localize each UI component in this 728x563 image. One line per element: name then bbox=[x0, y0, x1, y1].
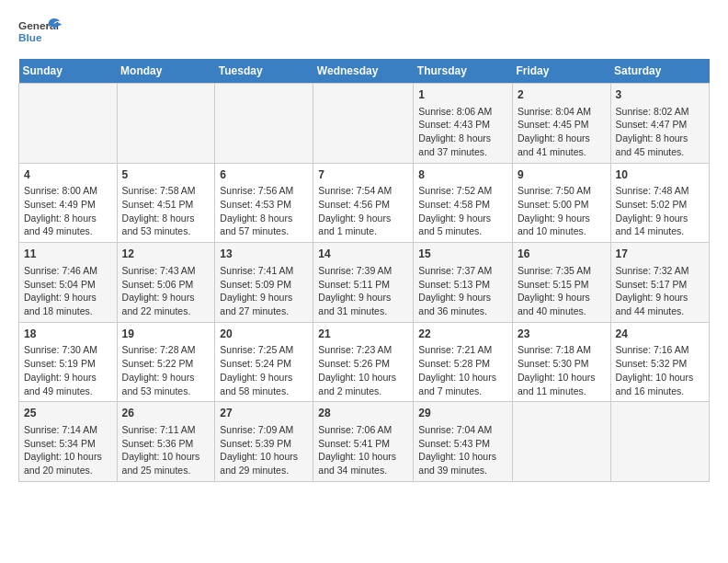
day-info-line: Sunrise: 7:30 AM bbox=[24, 343, 112, 357]
day-info-line: and 49 minutes. bbox=[24, 224, 112, 238]
day-info-line: Sunrise: 8:00 AM bbox=[24, 184, 112, 198]
day-info-line: Sunrise: 7:56 AM bbox=[220, 184, 308, 198]
empty-cell bbox=[313, 84, 414, 164]
header-day-tuesday: Tuesday bbox=[215, 59, 313, 84]
day-info-line: Sunrise: 8:04 AM bbox=[518, 105, 606, 119]
day-info-line: Daylight: 9 hours bbox=[122, 371, 210, 385]
calendar-day-18: 18Sunrise: 7:30 AMSunset: 5:19 PMDayligh… bbox=[19, 322, 118, 402]
day-info-line: Daylight: 9 hours bbox=[518, 291, 606, 304]
day-info-line: and 40 minutes. bbox=[518, 304, 606, 318]
day-info-line: Sunrise: 7:54 AM bbox=[318, 184, 408, 198]
day-number: 5 bbox=[122, 167, 210, 183]
day-info-line: Daylight: 10 hours bbox=[220, 450, 308, 464]
header-day-wednesday: Wednesday bbox=[313, 59, 414, 84]
day-info-line: Sunset: 5:06 PM bbox=[122, 278, 210, 292]
day-info-line: Sunrise: 7:41 AM bbox=[220, 264, 308, 278]
day-info-line: Sunrise: 7:21 AM bbox=[418, 343, 507, 357]
day-info-line: Daylight: 9 hours bbox=[220, 291, 308, 304]
day-number: 27 bbox=[220, 406, 308, 421]
day-number: 8 bbox=[418, 167, 507, 183]
day-info-line: Sunset: 5:34 PM bbox=[24, 437, 112, 451]
day-info-line: Sunset: 5:43 PM bbox=[418, 437, 507, 451]
day-info-line: and 41 minutes. bbox=[518, 145, 606, 159]
logo-icon: General Blue bbox=[18, 15, 64, 52]
day-number: 26 bbox=[122, 406, 210, 421]
empty-cell bbox=[117, 84, 215, 164]
day-info-line: Sunset: 5:04 PM bbox=[24, 278, 112, 292]
day-number: 28 bbox=[318, 406, 408, 421]
day-info-line: Sunrise: 7:04 AM bbox=[418, 423, 507, 437]
calendar-day-12: 12Sunrise: 7:43 AMSunset: 5:06 PMDayligh… bbox=[117, 243, 215, 323]
day-number: 6 bbox=[220, 167, 308, 183]
calendar-day-5: 5Sunrise: 7:58 AMSunset: 4:51 PMDaylight… bbox=[117, 163, 215, 243]
day-number: 15 bbox=[418, 247, 507, 262]
day-info-line: and 14 minutes. bbox=[616, 224, 704, 238]
day-info-line: and 53 minutes. bbox=[122, 224, 210, 238]
day-number: 9 bbox=[518, 167, 606, 183]
day-info-line: Sunset: 4:51 PM bbox=[122, 198, 210, 212]
day-info-line: Sunset: 5:02 PM bbox=[616, 198, 704, 212]
calendar-day-29: 29Sunrise: 7:04 AMSunset: 5:43 PMDayligh… bbox=[414, 402, 513, 482]
day-info-line: Sunrise: 7:18 AM bbox=[518, 343, 606, 357]
day-info-line: Daylight: 8 hours bbox=[220, 212, 308, 225]
day-info-line: and 58 minutes. bbox=[220, 385, 308, 398]
day-number: 25 bbox=[24, 406, 112, 421]
calendar-day-10: 10Sunrise: 7:48 AMSunset: 5:02 PMDayligh… bbox=[610, 163, 709, 243]
calendar-day-19: 19Sunrise: 7:28 AMSunset: 5:22 PMDayligh… bbox=[117, 322, 215, 402]
calendar-day-16: 16Sunrise: 7:35 AMSunset: 5:15 PMDayligh… bbox=[512, 243, 610, 323]
day-info-line: and 10 minutes. bbox=[518, 224, 606, 238]
day-info-line: Sunrise: 7:37 AM bbox=[418, 264, 507, 278]
day-info-line: Sunset: 4:43 PM bbox=[418, 118, 507, 132]
day-info-line: and 27 minutes. bbox=[220, 304, 308, 318]
day-number: 29 bbox=[418, 406, 507, 421]
day-info-line: Daylight: 9 hours bbox=[616, 291, 704, 304]
day-info-line: Sunset: 5:11 PM bbox=[318, 278, 408, 292]
day-info-line: Sunset: 5:30 PM bbox=[518, 357, 606, 371]
header-day-friday: Friday bbox=[512, 59, 610, 84]
calendar-table: SundayMondayTuesdayWednesdayThursdayFrid… bbox=[18, 59, 710, 482]
calendar-day-21: 21Sunrise: 7:23 AMSunset: 5:26 PMDayligh… bbox=[313, 322, 414, 402]
day-info-line: Daylight: 10 hours bbox=[24, 450, 112, 464]
day-info-line: and 45 minutes. bbox=[616, 145, 704, 159]
day-info-line: Sunset: 4:53 PM bbox=[220, 198, 308, 212]
day-number: 13 bbox=[220, 247, 308, 262]
day-info-line: Daylight: 9 hours bbox=[24, 291, 112, 304]
day-info-line: Daylight: 9 hours bbox=[220, 371, 308, 385]
day-info-line: and 18 minutes. bbox=[24, 304, 112, 318]
header-day-thursday: Thursday bbox=[414, 59, 513, 84]
day-info-line: Daylight: 10 hours bbox=[418, 371, 507, 385]
calendar-day-27: 27Sunrise: 7:09 AMSunset: 5:39 PMDayligh… bbox=[215, 402, 313, 482]
day-info-line: and 57 minutes. bbox=[220, 224, 308, 238]
day-info-line: Daylight: 8 hours bbox=[418, 132, 507, 145]
day-info-line: Daylight: 8 hours bbox=[518, 132, 606, 145]
day-info-line: Daylight: 9 hours bbox=[122, 291, 210, 304]
day-info-line: Sunrise: 7:06 AM bbox=[318, 423, 408, 437]
day-info-line: Sunrise: 7:50 AM bbox=[518, 184, 606, 198]
day-info-line: Sunset: 5:28 PM bbox=[418, 357, 507, 371]
calendar-week-2: 4Sunrise: 8:00 AMSunset: 4:49 PMDaylight… bbox=[19, 163, 710, 243]
day-info-line: Sunset: 5:32 PM bbox=[616, 357, 704, 371]
day-info-line: and 7 minutes. bbox=[418, 385, 507, 398]
day-info-line: Daylight: 9 hours bbox=[24, 371, 112, 385]
calendar-week-4: 18Sunrise: 7:30 AMSunset: 5:19 PMDayligh… bbox=[19, 322, 710, 402]
day-info-line: Sunrise: 7:23 AM bbox=[318, 343, 408, 357]
calendar-body: 1Sunrise: 8:06 AMSunset: 4:43 PMDaylight… bbox=[19, 84, 710, 482]
calendar-week-5: 25Sunrise: 7:14 AMSunset: 5:34 PMDayligh… bbox=[19, 402, 710, 482]
day-info-line: and 36 minutes. bbox=[418, 304, 507, 318]
day-number: 22 bbox=[418, 327, 507, 342]
day-info-line: Sunrise: 7:14 AM bbox=[24, 423, 112, 437]
day-info-line: and 44 minutes. bbox=[616, 304, 704, 318]
empty-cell bbox=[215, 84, 313, 164]
day-info-line: Daylight: 8 hours bbox=[24, 212, 112, 225]
day-info-line: Sunrise: 7:32 AM bbox=[616, 264, 704, 278]
day-number: 21 bbox=[318, 327, 408, 342]
day-info-line: Sunset: 5:19 PM bbox=[24, 357, 112, 371]
day-info-line: and 39 minutes. bbox=[418, 464, 507, 477]
day-info-line: and 53 minutes. bbox=[122, 385, 210, 398]
header-day-saturday: Saturday bbox=[610, 59, 709, 84]
day-info-line: Daylight: 9 hours bbox=[616, 212, 704, 225]
calendar-week-1: 1Sunrise: 8:06 AMSunset: 4:43 PMDaylight… bbox=[19, 84, 710, 164]
day-info-line: Daylight: 10 hours bbox=[418, 450, 507, 464]
day-info-line: Daylight: 9 hours bbox=[318, 291, 408, 304]
day-info-line: Daylight: 8 hours bbox=[616, 132, 704, 145]
